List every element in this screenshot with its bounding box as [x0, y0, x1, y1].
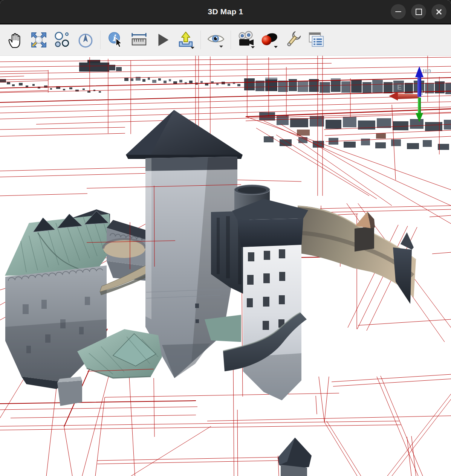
3d-viewport[interactable]: up E N [0, 56, 451, 476]
configure-button[interactable] [281, 27, 304, 52]
axis-up-arrow [417, 77, 421, 97]
3d-scene[interactable]: up E N [0, 56, 451, 476]
report-icon [307, 31, 325, 49]
wrench-icon [284, 31, 301, 49]
ruler-icon [130, 31, 148, 49]
far-wall-wedge [393, 247, 412, 304]
identify-cursor-icon: i [107, 31, 124, 49]
maximize-icon [416, 9, 422, 15]
hand-icon [7, 31, 24, 49]
axis-gizmo: up E N [389, 66, 431, 122]
axis-up-arrowhead [415, 66, 423, 77]
maximize-button[interactable] [411, 4, 426, 19]
movie-camera-icon [237, 31, 255, 49]
chimney-stub [57, 380, 82, 406]
dropdown-arrow-icon [251, 46, 255, 49]
scene-effects-button[interactable] [258, 27, 281, 52]
dropdown-arrow-icon [219, 46, 223, 48]
save-image-button[interactable] [174, 27, 197, 52]
play-animation-button[interactable] [151, 27, 174, 52]
navigation-circles-button[interactable] [50, 27, 74, 52]
record-animation-button[interactable] [234, 27, 258, 52]
zoom-full-button[interactable] [27, 27, 50, 52]
minimize-icon [395, 11, 401, 12]
window-controls [391, 0, 446, 23]
toolbar-separator [231, 31, 231, 49]
titlebar[interactable]: 3D Map 1 [0, 0, 451, 24]
toolbar: i [0, 24, 451, 56]
dropdown-arrow-icon [191, 47, 194, 49]
close-button[interactable] [431, 4, 446, 19]
zoom-extent-icon [30, 31, 47, 49]
close-icon [436, 9, 442, 15]
3d-map-window: 3D Map 1 [0, 0, 451, 476]
identify-button[interactable]: i [104, 27, 127, 52]
minimize-button[interactable] [391, 4, 406, 19]
eye-icon [207, 31, 225, 49]
wall-tower-body [355, 226, 374, 252]
measure-button[interactable] [127, 27, 151, 52]
camera-view-presets-button[interactable] [204, 27, 228, 52]
toolbar-separator [200, 31, 201, 49]
sphere-icon [260, 31, 278, 49]
axis-east-label: E [397, 84, 402, 91]
camera-pan-button[interactable] [4, 27, 27, 52]
axis-north-arrow [418, 98, 421, 113]
scene-settings-panel-button[interactable] [304, 27, 328, 52]
window-title: 3D Map 1 [208, 7, 243, 16]
axis-east-arrow [398, 93, 419, 99]
dropdown-arrow-icon [274, 46, 278, 48]
export-image-icon [177, 31, 195, 49]
compass-button[interactable] [74, 27, 97, 52]
bottom-tower [278, 438, 312, 476]
white-building [232, 199, 308, 400]
play-icon [154, 31, 171, 49]
axis-up-label: up [423, 67, 431, 75]
circles-icon [54, 31, 71, 49]
compass-icon [77, 31, 94, 49]
toolbar-separator [100, 31, 101, 49]
